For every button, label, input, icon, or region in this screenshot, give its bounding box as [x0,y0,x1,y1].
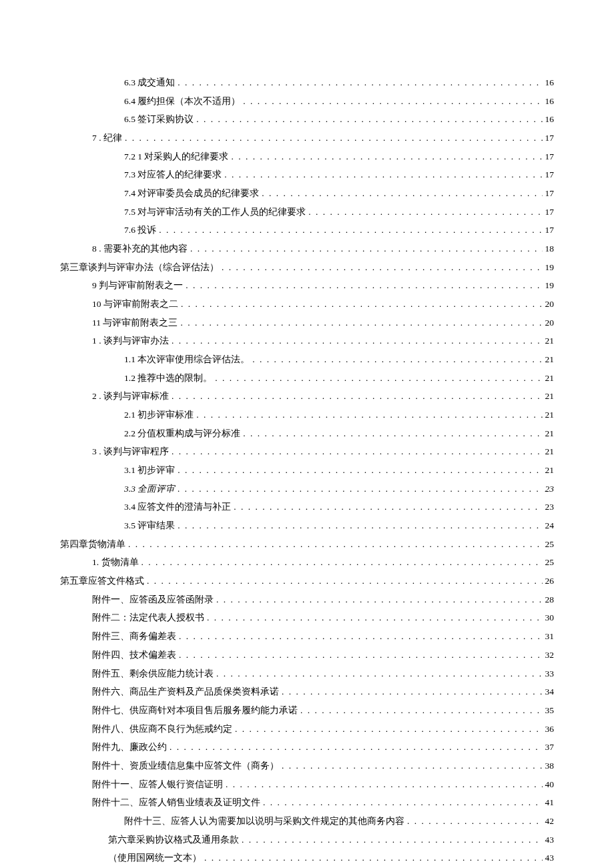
toc-entry-label: 附件八、供应商不良行为惩戒约定 [92,720,232,739]
toc-leader-dots [128,535,543,554]
toc-entry-page: 19 [545,258,555,277]
toc-entry: 7.6 投诉 17 [60,221,554,240]
toc-entry: 7.4 对评审委员会成员的纪律要求 17 [60,184,554,203]
toc-entry: 6.3 成交通知 16 [60,73,554,92]
toc-entry: （使用国网统一文本） 43 [60,849,554,867]
toc-leader-dots [234,498,542,516]
toc-entry-label: 附件五、剩余供应能力统计表 [92,665,214,683]
toc-entry: 附件十三、应答人认为需要加以说明与采购文件规定的其他商务内容 42 [60,812,554,831]
toc-leader-dots [180,314,542,332]
toc-entry-label: 第三章谈判与评审办法（综合评估法） [60,258,219,277]
toc-leader-dots [282,683,543,701]
toc-entry-page: 21 [545,350,555,369]
toc-entry: 3 . 谈判与评审程序 21 [60,442,554,461]
toc-entry-page: 17 [545,129,555,147]
toc-entry-page: 30 [545,608,555,627]
toc-entry-page: 17 [545,221,555,240]
toc-entry-page: 20 [545,314,555,332]
toc-entry: 6.4 履约担保（本次不适用） 16 [60,92,554,111]
toc-entry: 7 . 纪律 17 [60,129,554,147]
toc-entry-page: 23 [545,498,555,516]
toc-entry-page: 21 [545,424,555,443]
toc-entry-page: 25 [545,553,555,572]
toc-entry-label: 7.3 对应答人的纪律要求 [124,165,222,184]
toc-entry-label: 2.1 初步评审标准 [124,406,194,424]
toc-leader-dots [300,701,543,720]
toc-leader-dots [216,665,543,683]
toc-entry-label: 附件六、商品生产资料及产品质保类资料承诺 [92,683,279,701]
toc-entry: 附件五、剩余供应能力统计表 33 [60,665,554,683]
toc-entry: 11 与评审前附表之三 20 [60,314,554,332]
toc-entry-page: 32 [545,646,555,665]
toc-leader-dots [243,92,542,111]
toc-leader-dots [196,110,542,129]
toc-entry: 1 . 谈判与评审办法 21 [60,332,554,350]
toc-entry-page: 17 [545,165,555,184]
toc-entry-page: 21 [545,387,555,406]
toc-entry: 7.5 对与评审活动有关的工作人员的纪律要求 17 [60,203,554,222]
toc-entry: 2 . 谈判与评审标准 21 [60,387,554,406]
toc-leader-dots [224,165,542,184]
toc-leader-dots [178,516,542,535]
toc-leader-dots [263,793,543,812]
toc-leader-dots [243,424,542,443]
toc-entry: 3.1 初步评审 21 [60,461,554,480]
toc-entry-label: 7.2 1 对采购人的纪律要求 [124,147,228,166]
toc-entry-label: 附件七、供应商针对本项目售后服务履约能力承诺 [92,701,298,720]
toc-entry-label: 附件十一、应答人银行资信证明 [92,775,223,794]
toc-leader-dots [170,738,543,757]
toc-leader-dots [226,775,543,794]
toc-leader-dots [215,369,542,388]
toc-entry-page: 23 [545,480,555,498]
toc-entry-page: 40 [545,775,555,794]
toc-leader-dots [147,572,543,590]
toc-entry-label: 1. 货物清单 [92,553,139,572]
toc-leader-dots [172,387,543,406]
toc-entry: 3.4 应答文件的澄清与补正 23 [60,498,554,516]
toc-entry-label: 7.4 对评审委员会成员的纪律要求 [124,184,259,203]
toc-leader-dots [125,129,543,147]
toc-entry: 2.1 初步评审标准 21 [60,406,554,424]
toc-entry-label: 2.2 分值权重构成与评分标准 [124,424,240,443]
toc-leader-dots [186,276,542,295]
toc-entry: 1.2 推荐中选的限制。 21 [60,369,554,388]
toc-entry-page: 35 [545,701,555,720]
toc-entry: 附件二：法定代表人授权书 30 [60,608,554,627]
toc-entry-page: 43 [545,831,555,849]
toc-entry-page: 19 [545,276,555,295]
toc-entry-label: 附件一、应答函及应答函附录 [92,590,214,609]
toc-leader-dots [178,461,542,480]
toc-entry: 9 判与评审前附表之一 19 [60,276,554,295]
toc-entry-page: 20 [545,295,555,314]
toc-entry-label: （使用国网统一文本） [108,849,202,867]
toc-leader-dots [204,849,543,867]
toc-entry-label: 3 . 谈判与评审程序 [92,442,169,461]
toc-entry-page: 28 [545,590,555,609]
toc-leader-dots [172,332,543,350]
toc-entry-label: 2 . 谈判与评审标准 [92,387,169,406]
toc-entry: 附件四、技术偏差表 32 [60,646,554,665]
toc-entry: 第六章采购协议格式及通用条款 43 [60,831,554,849]
toc-entry-label: 6.5 签订采购协议 [124,110,194,129]
toc-entry: 1. 货物清单 25 [60,553,554,572]
toc-entry-page: 31 [545,627,555,646]
toc-entry-page: 34 [545,683,555,701]
toc-entry-label: 附件二：法定代表人授权书 [92,608,204,627]
toc-entry: 7.3 对应答人的纪律要求 17 [60,165,554,184]
toc-leader-dots [141,553,543,572]
toc-entry-page: 33 [545,665,555,683]
toc-entry: 第三章谈判与评审办法（综合评估法） 19 [60,258,554,277]
toc-leader-dots [407,812,543,831]
toc-leader-dots [231,147,542,166]
toc-entry-label: 附件三、商务偏差表 [92,627,176,646]
toc-entry-label: 附件四、技术偏差表 [92,646,176,665]
toc-leader-dots [172,442,543,461]
toc-leader-dots [242,831,543,849]
toc-leader-dots [262,184,542,203]
toc-entry-label: 第四章货物清单 [60,535,125,554]
toc-entry-page: 17 [545,184,555,203]
toc-entry-label: 1.2 推荐中选的限制。 [124,369,212,388]
toc-entry-label: 附件十二、应答人销售业绩表及证明文件 [92,793,260,812]
toc-entry-label: 7.5 对与评审活动有关的工作人员的纪律要求 [124,203,306,222]
toc-entry-page: 38 [545,757,555,775]
